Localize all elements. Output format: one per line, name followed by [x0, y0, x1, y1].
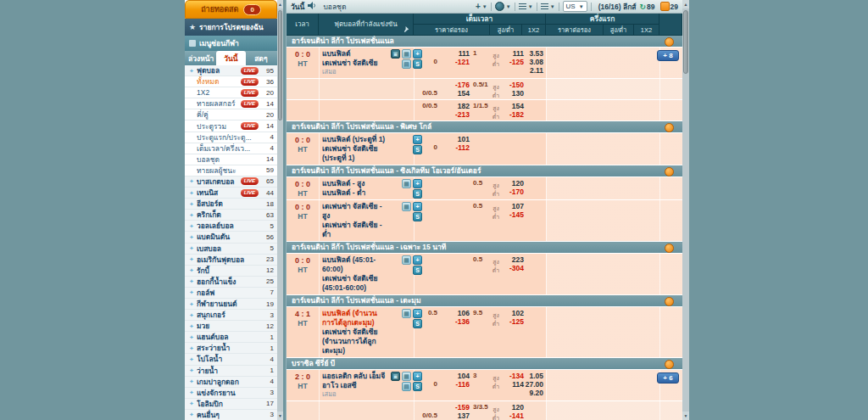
odds-value[interactable]: 3.08: [521, 58, 543, 66]
sidebar-item[interactable]: ✦เบสบอล5: [185, 244, 277, 255]
stats-s-icon[interactable]: S: [413, 319, 422, 328]
sidebar-item[interactable]: ✦รักบี้12: [185, 266, 277, 277]
odds-value[interactable]: -134: [497, 372, 524, 380]
team-name[interactable]: แบนฟิลด์ - สูง: [322, 179, 387, 188]
odds-value[interactable]: -141: [497, 412, 524, 420]
odds-value[interactable]: 0/0.5: [415, 102, 437, 109]
odds-value[interactable]: -213: [439, 110, 470, 119]
odds-value[interactable]: 130: [497, 89, 524, 98]
scroll-up-icon[interactable]: ▲: [682, 0, 689, 8]
main-scroll-thumb[interactable]: [683, 10, 688, 74]
odds-format-select[interactable]: US ▼: [563, 1, 587, 12]
league-section-header[interactable]: อาร์เจนติน่า ลีก้า โปรเฟสชั่นแนล - เตะมุ…: [287, 295, 682, 307]
sidebar-item[interactable]: ✦แข่งจักรยาน3: [185, 388, 277, 399]
more-bets-button[interactable]: + 8: [657, 50, 679, 61]
draw-label[interactable]: เสมอ: [322, 68, 387, 76]
odds-value[interactable]: 154: [439, 89, 470, 98]
odds-value[interactable]: 0.5: [415, 309, 437, 316]
time-filter-dropdown[interactable]: ▼: [495, 2, 511, 11]
sidebar-item[interactable]: ✦กีฬายานยนต์19: [185, 299, 277, 310]
section-refresh-icon[interactable]: [665, 167, 674, 176]
live-stream-button[interactable]: ถ่ายทอดสด 0: [185, 0, 277, 19]
bet-slip-icon[interactable]: [660, 2, 670, 11]
league-section-header[interactable]: อาร์เจนติน่า ลีก้า โปรเฟสชั่นแนล: [287, 36, 682, 48]
stats-grid-icon[interactable]: ▦: [402, 255, 411, 265]
odds-value[interactable]: -170: [497, 188, 524, 196]
sidebar-tab-1[interactable]: วันนี้: [216, 51, 245, 65]
team-name[interactable]: แบนฟิลด์ (45:01-60:00): [322, 255, 387, 274]
sidebar-item[interactable]: ✦อเมริกันฟุตบอล23: [185, 255, 277, 266]
scroll-up-icon[interactable]: ▲: [277, 0, 283, 8]
sidebar-item[interactable]: ประตูรวมLIVE14: [185, 120, 277, 132]
hide-sports-menu-bar[interactable]: เมนูซ่อนกีฬา: [185, 36, 277, 51]
sidebar-item[interactable]: ทายผลผู้ชนะ59: [185, 165, 277, 176]
team-name[interactable]: เดเฟนซ่า จัสติเซีย: [322, 59, 387, 68]
odds-value[interactable]: -304: [497, 264, 524, 272]
pin-icon[interactable]: [403, 20, 410, 36]
sidebar-item[interactable]: ✦วอลเลย์บอล5: [185, 221, 277, 232]
stats-grid-icon[interactable]: ▦: [402, 309, 411, 318]
team-name[interactable]: แบนฟิลด์: [322, 49, 387, 59]
odds-value[interactable]: -125: [497, 58, 524, 66]
odds-value[interactable]: 1.05: [521, 372, 543, 380]
odds-value[interactable]: 120: [497, 179, 524, 188]
sidebar-tab-2[interactable]: สดๆ: [247, 51, 275, 65]
team-name[interactable]: อาโว เอสซี: [322, 381, 387, 390]
odds-value[interactable]: 0/0.5: [415, 412, 437, 419]
odds-value[interactable]: 111: [497, 49, 524, 58]
odds-value[interactable]: 0: [415, 143, 437, 151]
sidebar-item[interactable]: ✦มวย12: [185, 321, 277, 332]
league-section-header[interactable]: อาร์เจนติน่า ลีก้า โปรเฟสชั่นแนล - เฉพาะ…: [287, 242, 682, 254]
odds-value[interactable]: 102: [497, 309, 524, 317]
sidebar-item[interactable]: ✦ฟุตบอลLIVE95: [185, 65, 277, 76]
odds-value[interactable]: -121: [439, 58, 470, 66]
odds-value[interactable]: 2.11: [521, 66, 543, 75]
tv-stream-icon[interactable]: ▣: [391, 372, 400, 381]
stats-s-icon[interactable]: S: [413, 266, 422, 275]
odds-value[interactable]: 106: [439, 309, 470, 317]
sidebar-item[interactable]: ✦เกมปาลูกดอก4: [185, 377, 277, 388]
field-plus-icon[interactable]: +: [413, 202, 422, 211]
sidebar-item[interactable]: ✦โปโลน้ำ4: [185, 354, 277, 365]
team-name[interactable]: เดเฟนซ่า จัสติเซีย - ต่ำ: [322, 221, 387, 239]
team-name[interactable]: แบนฟิลด์ (จำนวนการได้ลูกเตะมุม): [322, 309, 387, 328]
odds-value[interactable]: 0/0.5: [415, 89, 437, 97]
schedule-icon[interactable]: ▤: [402, 59, 411, 69]
field-plus-icon[interactable]: +: [413, 179, 422, 188]
odds-value[interactable]: 137: [439, 412, 470, 420]
team-name[interactable]: เดเฟนซ่า จัสติเซีย (ประตูที่ 1): [322, 144, 387, 163]
odds-value[interactable]: -145: [497, 210, 524, 219]
odds-value[interactable]: 111: [439, 49, 470, 58]
sidebar-item[interactable]: ✦คนอื่นๆ3: [185, 410, 277, 420]
league-section-header[interactable]: อาร์เจนติน่า ลีก้า โปรเฟสชั่นแนล - พิเศษ…: [287, 121, 682, 133]
sort-list-dropdown[interactable]: ▼: [519, 3, 533, 9]
odds-value[interactable]: 104: [439, 372, 470, 380]
odds-value[interactable]: -112: [439, 143, 470, 152]
sidebar-item[interactable]: ✦บาสเกตบอลLIVE65: [185, 176, 277, 188]
odds-value[interactable]: -125: [497, 317, 524, 326]
sidebar-scrollbar[interactable]: ▲ ▼: [277, 0, 283, 420]
league-section-header[interactable]: อาร์เจนติน่า ลีก้า โปรเฟสชั่นแนล - ซิงเก…: [287, 165, 682, 177]
sidebar-item[interactable]: ทายผลสกอร์LIVE14: [185, 98, 277, 109]
sidebar-item[interactable]: ✦แฮนด์บอล1: [185, 332, 277, 343]
sidebar-tab-0[interactable]: ล่วงหน้า: [186, 51, 215, 65]
sidebar-item[interactable]: ✦สนุกเกอร์3: [185, 310, 277, 321]
odds-value[interactable]: -136: [439, 317, 470, 326]
sidebar-item[interactable]: บอลชุด14: [185, 154, 277, 165]
team-name[interactable]: แบนฟิลด์ - ต่ำ: [322, 188, 387, 198]
sidebar-item[interactable]: 1X2LIVE20: [185, 87, 277, 98]
favorites-bar[interactable]: ★ รายการโปรดของฉัน: [185, 19, 277, 36]
sidebar-item[interactable]: ✦สระว่ายน้ำ1: [185, 343, 277, 354]
league-count-label[interactable]: (16/16) ลีกส์: [598, 1, 637, 13]
odds-value[interactable]: 120: [497, 403, 524, 412]
sidebar-item[interactable]: ✦กอล์ฟ7: [185, 288, 277, 299]
team-name[interactable]: เดเฟนซ่า จัสติเซีย (45:01-60:00): [322, 274, 387, 293]
sidebar-scroll-thumb[interactable]: [278, 10, 282, 120]
stats-s-icon[interactable]: S: [413, 212, 422, 221]
section-refresh-icon[interactable]: [665, 244, 674, 253]
odds-value[interactable]: 154: [497, 102, 524, 110]
odds-value[interactable]: 107: [497, 202, 524, 210]
section-refresh-icon[interactable]: [665, 123, 674, 132]
odds-value[interactable]: -159: [439, 403, 470, 412]
odds-value[interactable]: 101: [439, 135, 470, 143]
